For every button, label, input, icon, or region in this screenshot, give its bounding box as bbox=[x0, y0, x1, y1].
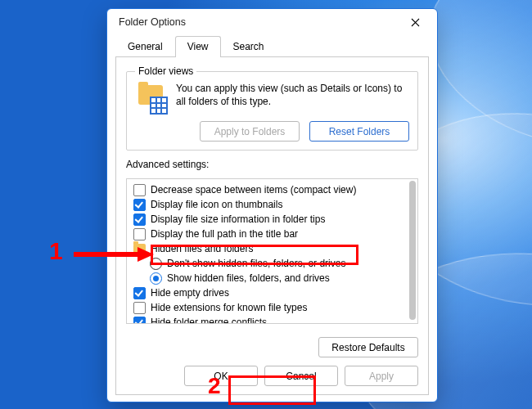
restore-defaults-button[interactable]: Restore Defaults bbox=[318, 337, 418, 357]
folder-options-dialog: Folder Options General View Search Folde… bbox=[106, 8, 438, 402]
setting-row[interactable]: Hide empty drives bbox=[127, 285, 417, 300]
svg-marker-1 bbox=[138, 247, 154, 262]
checkbox[interactable] bbox=[133, 184, 146, 196]
checkbox[interactable] bbox=[133, 302, 146, 314]
tab-strip: General View Search bbox=[115, 36, 429, 57]
advanced-settings-label: Advanced settings: bbox=[126, 159, 418, 170]
setting-label: Decrease space between items (compact vi… bbox=[151, 184, 356, 196]
setting-label: Hide empty drives bbox=[151, 287, 229, 299]
setting-row[interactable]: Hide folder merge conflicts bbox=[127, 315, 417, 323]
tab-view[interactable]: View bbox=[175, 36, 221, 57]
setting-label: Display the full path in the title bar bbox=[151, 228, 298, 240]
apply-to-folders-button[interactable]: Apply to Folders bbox=[200, 121, 300, 142]
window-title: Folder Options bbox=[119, 16, 398, 28]
radio[interactable] bbox=[150, 272, 162, 285]
setting-label: Show hidden files, folders, and drives bbox=[167, 272, 330, 284]
setting-label: Hidden files and folders bbox=[151, 243, 253, 254]
setting-row[interactable]: Display file size information in folder … bbox=[127, 212, 417, 227]
dialog-footer: OK Cancel Apply bbox=[126, 366, 418, 386]
annotation-number-1: 1 bbox=[49, 237, 63, 265]
tab-general[interactable]: General bbox=[115, 36, 175, 57]
setting-row[interactable]: Display file icon on thumbnails bbox=[127, 197, 417, 212]
view-panel: Folder views You can apply this view (su… bbox=[115, 56, 429, 395]
advanced-settings-box: Decrease space between items (compact vi… bbox=[126, 178, 418, 324]
close-button[interactable] bbox=[398, 10, 432, 34]
folder-views-desc: You can apply this view (such as Details… bbox=[176, 82, 409, 115]
checkbox[interactable] bbox=[133, 228, 146, 240]
scrollbar-thumb[interactable] bbox=[409, 181, 416, 320]
setting-row[interactable]: Don't show hidden files, folders, or dri… bbox=[127, 256, 417, 271]
tab-search[interactable]: Search bbox=[221, 36, 277, 57]
setting-row[interactable]: Display the full path in the title bar bbox=[127, 227, 417, 241]
setting-row[interactable]: Hide extensions for known file types bbox=[127, 300, 417, 315]
close-icon bbox=[411, 18, 420, 27]
annotation-number-2: 2 bbox=[208, 373, 221, 399]
titlebar[interactable]: Folder Options bbox=[107, 9, 437, 35]
setting-label: Display file icon on thumbnails bbox=[151, 199, 282, 210]
setting-label: Display file size information in folder … bbox=[151, 213, 325, 225]
folder-views-group: Folder views You can apply this view (su… bbox=[126, 65, 418, 151]
setting-label: Hide extensions for known file types bbox=[151, 302, 307, 313]
checkbox[interactable] bbox=[133, 199, 146, 211]
setting-row[interactable]: Decrease space between items (compact vi… bbox=[127, 182, 417, 197]
scrollbar[interactable] bbox=[409, 181, 416, 321]
setting-label: Hide folder merge conflicts bbox=[151, 317, 267, 323]
setting-row[interactable]: Hidden files and folders bbox=[127, 241, 417, 256]
apply-button[interactable]: Apply bbox=[345, 366, 418, 386]
folder-views-legend: Folder views bbox=[135, 65, 196, 77]
annotation-arrow-icon bbox=[74, 245, 156, 263]
folder-views-icon bbox=[135, 82, 168, 115]
ok-button[interactable]: OK bbox=[184, 366, 258, 386]
cancel-button[interactable]: Cancel bbox=[264, 366, 338, 386]
checkbox[interactable] bbox=[133, 287, 146, 299]
advanced-settings-list[interactable]: Decrease space between items (compact vi… bbox=[127, 179, 417, 323]
setting-label: Don't show hidden files, folders, or dri… bbox=[167, 258, 345, 269]
reset-folders-button[interactable]: Reset Folders bbox=[309, 121, 409, 142]
checkbox[interactable] bbox=[133, 317, 146, 324]
setting-row[interactable]: Show hidden files, folders, and drives bbox=[127, 271, 417, 285]
checkbox[interactable] bbox=[133, 213, 146, 226]
